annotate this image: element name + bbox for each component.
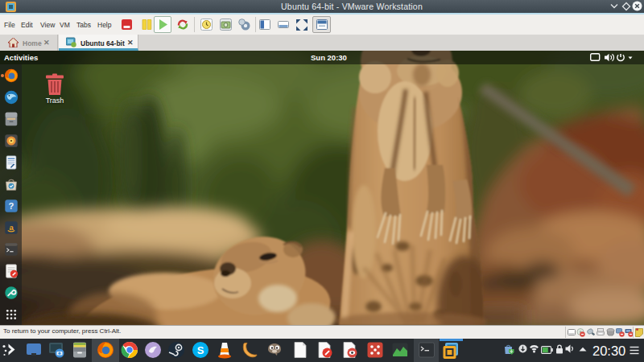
svg-text:?: ? [9,201,14,211]
svg-text:S: S [197,344,204,356]
svg-text:a: a [9,223,14,232]
